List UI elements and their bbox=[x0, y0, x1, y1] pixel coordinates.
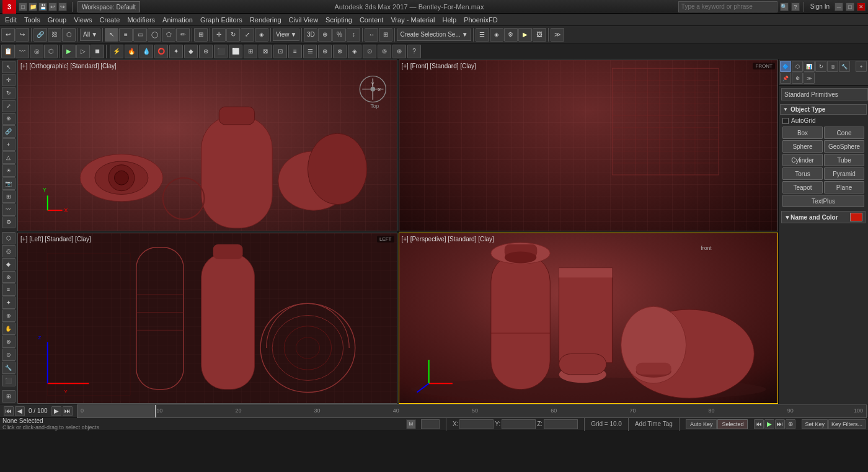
filter-dropdown[interactable]: All▼ bbox=[80, 29, 100, 41]
render-setup-btn[interactable]: ⚙ bbox=[504, 28, 518, 42]
lt-rotate[interactable]: ↻ bbox=[2, 87, 16, 99]
layers-btn[interactable]: ☰ bbox=[476, 28, 489, 42]
select-by-name-btn[interactable]: ≡ bbox=[119, 28, 133, 42]
icon6[interactable]: ◆ bbox=[184, 45, 198, 58]
teapot-btn[interactable]: Teapot bbox=[782, 181, 823, 194]
percent-snap-btn[interactable]: % bbox=[332, 28, 346, 42]
object-type-header[interactable]: ▼ Object Type bbox=[780, 104, 867, 115]
time-tag-btn[interactable]: Add Time Tag bbox=[635, 421, 673, 427]
undo-btn[interactable]: ↩ bbox=[1, 28, 15, 42]
menu-edit[interactable]: Edit bbox=[1, 14, 20, 26]
key-mode-btn[interactable]: ⊕ bbox=[786, 419, 795, 429]
set-key-btn[interactable]: Set Key bbox=[802, 419, 828, 429]
icon9[interactable]: ⬜ bbox=[229, 45, 242, 58]
plane-btn[interactable]: Plane bbox=[824, 181, 864, 194]
spinner-snap-btn[interactable]: ↕ bbox=[347, 28, 360, 42]
cone-btn[interactable]: Cone bbox=[824, 127, 864, 139]
render-btn[interactable]: ▶ bbox=[518, 28, 532, 42]
time-slider[interactable]: 0 10 20 30 40 50 60 70 80 90 100 bbox=[77, 404, 867, 418]
rotate-btn[interactable]: ↻ bbox=[226, 28, 240, 42]
panel-settings-btn[interactable]: ⚙ bbox=[792, 73, 803, 84]
lt-shapes[interactable]: △ bbox=[2, 151, 16, 164]
lt-move[interactable]: ✛ bbox=[2, 74, 16, 86]
menu-tools[interactable]: Tools bbox=[20, 14, 44, 26]
play-btn[interactable]: ▶ bbox=[62, 45, 76, 58]
viewport-orthographic[interactable]: Y X Top X Y [+] [Orthographic] [Standard… bbox=[17, 60, 397, 231]
lt-manip[interactable]: ⊕ bbox=[2, 113, 16, 125]
next-key-btn[interactable]: ⏭ bbox=[63, 406, 73, 416]
open-btn[interactable]: 📁 bbox=[29, 2, 37, 11]
lt-sub2[interactable]: ◎ bbox=[2, 245, 16, 257]
lt-sub7[interactable]: ⊕ bbox=[2, 309, 16, 322]
lt-link[interactable]: 🔗 bbox=[2, 125, 16, 138]
lt-sub11[interactable]: 🔧 bbox=[2, 362, 16, 374]
lt-camera[interactable]: 📷 bbox=[2, 177, 16, 190]
lt-sub5[interactable]: ≡ bbox=[2, 283, 16, 296]
place-highlight-btn[interactable]: ◈ bbox=[255, 28, 268, 42]
render-frame-btn[interactable]: 🖼 bbox=[533, 28, 546, 42]
redo-btn[interactable]: ↪ bbox=[16, 28, 29, 42]
lt-systems[interactable]: ⚙ bbox=[2, 216, 16, 229]
menu-help[interactable]: Help bbox=[439, 14, 461, 26]
menu-views[interactable]: Views bbox=[70, 14, 95, 26]
info-btn[interactable]: ? bbox=[791, 2, 800, 11]
panel-create-btn[interactable]: 🔷 bbox=[780, 61, 791, 72]
tube-btn[interactable]: Tube bbox=[824, 154, 864, 166]
lt-sub8[interactable]: ✋ bbox=[2, 323, 16, 335]
icon11[interactable]: ⊠ bbox=[259, 45, 272, 58]
menu-graph-editors[interactable]: Graph Editors bbox=[197, 14, 246, 26]
sub-object-btn[interactable]: ⬡ bbox=[44, 45, 58, 58]
lt-scale[interactable]: ⤢ bbox=[2, 100, 16, 112]
prev-key-btn[interactable]: ⏮ bbox=[4, 406, 14, 416]
panel-hierarchy-btn[interactable]: 📊 bbox=[804, 61, 815, 72]
key-filters-btn[interactable]: Key Filters... bbox=[828, 419, 866, 429]
select-btn[interactable]: ↖ bbox=[105, 28, 118, 42]
panel-pin-btn[interactable]: 📌 bbox=[780, 73, 791, 84]
minimize-btn[interactable]: ─ bbox=[835, 2, 843, 11]
icon21[interactable]: ? bbox=[407, 45, 421, 58]
isolate-btn[interactable]: ◎ bbox=[30, 45, 43, 58]
next-frame-btn[interactable]: ▶ bbox=[51, 406, 61, 416]
circle-select-btn[interactable]: ◯ bbox=[148, 28, 161, 42]
panel-utilities-btn[interactable]: 🔧 bbox=[839, 61, 850, 72]
mini-listener-btn[interactable]: M bbox=[406, 419, 416, 429]
icon3[interactable]: 💧 bbox=[140, 45, 153, 58]
menu-modifiers[interactable]: Modifiers bbox=[123, 14, 159, 26]
icon17[interactable]: ◈ bbox=[348, 45, 361, 58]
icon1[interactable]: ⚡ bbox=[110, 45, 123, 58]
icon19[interactable]: ⊚ bbox=[378, 45, 391, 58]
play-selected-btn[interactable]: ▷ bbox=[76, 45, 90, 58]
menu-content[interactable]: Content bbox=[356, 14, 388, 26]
lt-create[interactable]: + bbox=[2, 138, 16, 151]
select-link-btn[interactable]: 🔗 bbox=[33, 28, 47, 42]
box-btn[interactable]: Box bbox=[782, 127, 823, 139]
lt-select[interactable]: ↖ bbox=[2, 61, 16, 73]
new-btn[interactable]: □ bbox=[19, 2, 27, 11]
play-status-btn[interactable]: ▶ bbox=[764, 419, 774, 429]
pyramid-btn[interactable]: Pyramid bbox=[824, 167, 864, 180]
lt-sub1[interactable]: ⬡ bbox=[2, 232, 16, 244]
rect-select-btn[interactable]: ▭ bbox=[133, 28, 147, 42]
menu-vray-material[interactable]: Vray - Material bbox=[387, 14, 438, 26]
icon10[interactable]: ⊞ bbox=[244, 45, 257, 58]
menu-animation[interactable]: Animation bbox=[159, 14, 197, 26]
scale-btn[interactable]: ⤢ bbox=[241, 28, 254, 42]
window-cross-btn[interactable]: ⊞ bbox=[194, 28, 208, 42]
menu-scripting[interactable]: Scripting bbox=[322, 14, 356, 26]
move-btn[interactable]: ✛ bbox=[212, 28, 226, 42]
unlink-btn[interactable]: ⛓ bbox=[48, 28, 61, 42]
next-key-status-btn[interactable]: ⏭ bbox=[775, 419, 785, 429]
icon13[interactable]: ≡ bbox=[288, 45, 302, 58]
lt-helpers[interactable]: ⊞ bbox=[2, 190, 16, 203]
lt-sub3[interactable]: ◆ bbox=[2, 258, 16, 270]
icon5[interactable]: ✦ bbox=[169, 45, 183, 58]
lt-sub10[interactable]: ⊙ bbox=[2, 349, 16, 361]
y-input[interactable] bbox=[502, 419, 536, 429]
sign-in-btn[interactable]: Sign In bbox=[808, 3, 832, 10]
search-icon[interactable]: 🔍 bbox=[780, 2, 789, 11]
icon20[interactable]: ⊛ bbox=[392, 45, 406, 58]
x-input[interactable] bbox=[459, 419, 494, 429]
align-btn[interactable]: ⊞ bbox=[379, 28, 392, 42]
menu-group[interactable]: Group bbox=[44, 14, 71, 26]
save-btn[interactable]: 💾 bbox=[38, 2, 47, 11]
